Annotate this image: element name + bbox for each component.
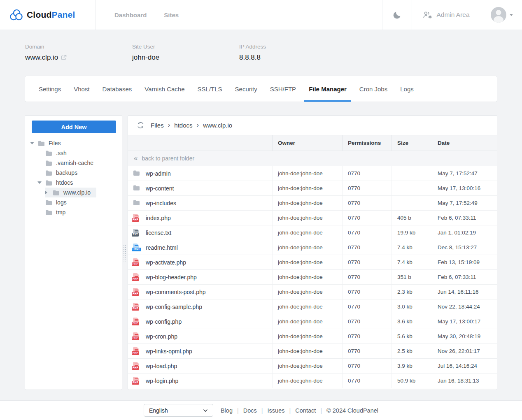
file-name: wp-links-opml.php [146,348,192,355]
table-row[interactable]: PHPwp-config.phpjohn-doe:john-doe07703.6… [128,314,497,329]
tab-logs[interactable]: Logs [396,76,418,102]
file-html-icon: HTML [133,244,139,251]
size-cell: 405 b [392,211,432,225]
breadcrumb-segment[interactable]: www.clp.io [203,122,232,129]
file-name: wp-comments-post.php [146,289,206,295]
file-name-cell[interactable]: PHPwp-load.php [128,359,272,373]
tree-item-label: logs [56,199,67,206]
brand-logo[interactable]: CloudPanel [0,0,96,30]
file-name-cell[interactable]: TXTlicense.txt [128,225,272,240]
panel-resize-handle[interactable] [123,244,127,262]
table-row[interactable]: PHPwp-activate.phpjohn-doe:john-doe07707… [128,255,497,270]
tab-ssh-ftp[interactable]: SSH/FTP [266,76,301,102]
breadcrumb-segment[interactable]: htdocs [174,122,192,129]
folder-icon [53,190,60,196]
column-header-size: Size [392,135,432,151]
footer-link-docs[interactable]: Docs [243,407,257,414]
info-label: IP Address [239,44,346,50]
tree-item-label: tmp [56,209,65,216]
caret-down-icon[interactable] [37,181,45,184]
table-row[interactable]: PHPwp-load.phpjohn-doe:john-doe07703.9 k… [128,359,497,374]
user-menu[interactable] [481,0,522,30]
table-row[interactable]: PHPwp-login.phpjohn-doe:john-doe077050.9… [128,374,497,388]
file-name-cell[interactable]: PHPwp-login.php [128,374,272,388]
file-name-cell[interactable]: PHPwp-links-opml.php [128,344,272,358]
footer-link-contact[interactable]: Contact [295,407,316,414]
tab-vhost[interactable]: Vhost [69,76,94,102]
caret-down-icon[interactable] [30,142,38,144]
file-name-cell[interactable]: wp-admin [128,166,272,181]
table-row[interactable]: PHPwp-links-opml.phpjohn-doe:john-doe077… [128,344,497,359]
tab-databases[interactable]: Databases [98,76,137,102]
tab-ssl-tls[interactable]: SSL/TLS [193,76,227,102]
file-name-cell[interactable]: PHPwp-config.php [128,314,272,329]
admin-area-button[interactable]: Admin Area [412,0,481,30]
size-cell: 2.5 kb [392,344,432,358]
tree-item-backups[interactable]: backups [25,168,122,178]
date-cell: Feb 6, 07:33:11 [432,270,497,284]
tree-item--ssh[interactable]: .ssh [25,148,122,158]
owner-cell: john-doe:john-doe [272,299,342,314]
tab-varnish-cache[interactable]: Varnish Cache [140,76,189,102]
file-name-cell[interactable]: PHPwp-config-sample.php [128,299,272,314]
tree-item-www-clp-io[interactable]: www.clp.io [25,188,122,197]
file-name-cell[interactable]: HTMLreadme.html [128,240,272,255]
language-select[interactable]: English [144,404,213,417]
file-name-cell[interactable]: wp-includes [128,196,272,210]
file-name: wp-admin [146,170,171,177]
folder-icon [45,209,52,216]
tree-item-htdocs[interactable]: htdocs [25,178,122,188]
table-row[interactable]: HTMLreadme.htmljohn-doe:john-doe07707.4 … [128,240,497,255]
table-row[interactable]: wp-includesjohn-doe:john-doe0770May 7, 1… [128,196,497,211]
table-row[interactable]: wp-contentjohn-doe:john-doe0770May 17, 1… [128,181,497,196]
table-row[interactable]: PHPwp-blog-header.phpjohn-doe:john-doe07… [128,270,497,285]
size-cell: 19.9 kb [392,225,432,240]
tree-item-logs[interactable]: logs [25,197,122,207]
dark-mode-toggle[interactable] [382,0,412,30]
table-row[interactable]: PHPwp-config-sample.phpjohn-doe:john-doe… [128,299,497,314]
table-row[interactable]: PHPwp-cron.phpjohn-doe:john-doe07705.6 k… [128,329,497,344]
tree-item--varnish-cache[interactable]: .varnish-cache [25,158,122,168]
breadcrumb-segment[interactable]: Files [151,122,164,129]
refresh-button[interactable] [137,122,144,129]
tab-cron-jobs[interactable]: Cron Jobs [355,76,392,102]
file-name-cell[interactable]: PHPwp-blog-header.php [128,270,272,284]
cloudpanel-app: CloudPanel DashboardSites [0,0,522,420]
table-body: wp-adminjohn-doe:john-doe0770May 7, 17:5… [128,166,497,388]
permissions-cell: 0770 [342,299,392,314]
tree-item-tmp[interactable]: tmp [25,207,122,217]
table-row[interactable]: PHPindex.phpjohn-doe:john-doe0770405 bFe… [128,211,497,225]
chevron-down-icon [510,14,513,16]
main-area: Add New Files.ssh.varnish-cachebackupsht… [25,115,497,390]
file-name-cell[interactable]: wp-content [128,181,272,195]
tree-item-Files[interactable]: Files [25,138,122,148]
table-row[interactable]: wp-adminjohn-doe:john-doe0770May 7, 17:5… [128,166,497,181]
file-tree-panel: Add New Files.ssh.varnish-cachebackupsht… [25,115,122,390]
file-name-cell[interactable]: PHPindex.php [128,211,272,225]
owner-cell: john-doe:john-doe [272,240,342,255]
top-navbar: CloudPanel DashboardSites [0,0,522,30]
table-row[interactable]: PHPwp-comments-post.phpjohn-doe:john-doe… [128,285,497,299]
external-link-icon[interactable] [61,55,67,60]
tab-security[interactable]: Security [231,76,262,102]
file-name-cell[interactable]: PHPwp-activate.php [128,255,272,269]
nav-link-dashboard[interactable]: Dashboard [114,12,147,19]
back-to-parent-row[interactable]: « back to parent folder [128,151,497,166]
tab-settings[interactable]: Settings [34,76,65,102]
file-name: index.php [146,215,171,221]
file-name: wp-includes [146,200,176,207]
footer-links: Blog|Docs|Issues|Contact|© 2024 CloudPan… [221,407,378,414]
file-name-cell[interactable]: PHPwp-cron.php [128,329,272,343]
folder-icon [45,160,52,166]
footer-link-blog[interactable]: Blog [221,407,233,414]
add-new-button[interactable]: Add New [32,121,116,133]
date-cell: Nov 22, 18:44:24 [432,299,497,314]
nav-link-sites[interactable]: Sites [164,12,179,19]
table-row[interactable]: TXTlicense.txtjohn-doe:john-doe077019.9 … [128,225,497,240]
tree-item-label: backups [56,169,77,176]
footer-link-issues[interactable]: Issues [268,407,285,414]
folder-icon [45,200,52,206]
caret-right-icon[interactable] [45,190,53,195]
file-name-cell[interactable]: PHPwp-comments-post.php [128,285,272,299]
tab-file-manager[interactable]: File Manager [304,76,351,102]
